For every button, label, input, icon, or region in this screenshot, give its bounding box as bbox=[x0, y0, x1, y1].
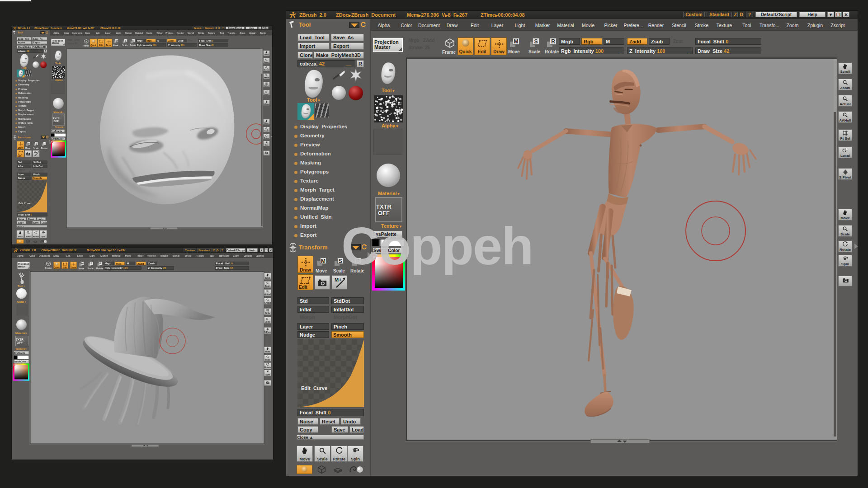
svg-text:M+: M+ bbox=[34, 151, 37, 154]
svg-text:M+: M+ bbox=[335, 277, 342, 282]
